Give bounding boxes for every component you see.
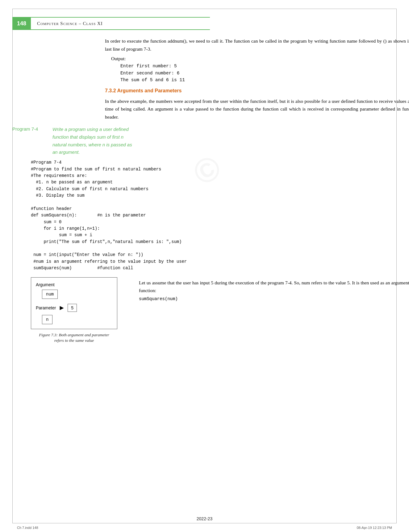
code-line-1: #Program 7-4 [31,159,409,166]
diagram-n-box: n [42,315,52,324]
program74-code: #Program 7-4 #Program to find the sum of… [31,159,409,271]
intro-section: In order to execute the function addnum(… [105,37,409,121]
code-line-3: #The requirements are: [31,173,409,179]
arrow-icon: ► [58,304,65,312]
diagram-param-row: Parameter ► 5 [36,304,112,312]
code-line-blank2 [31,245,409,252]
code-line-14: #num is an argument referring to the val… [31,258,409,265]
output-code: Enter first number: 5 Enter second numbe… [120,63,409,83]
diagram-column: Argument num Parameter ► 5 n Figure 7.3:… [31,277,130,344]
code-line-12: print("The sum of first",n,"natural numb… [31,239,409,245]
file-info-left: Ch 7.indd 148 [17,526,38,530]
program74-label: Program 7-4 [12,126,52,132]
main-content: In order to execute the function addnum(… [12,37,409,344]
program74-header: Program 7-4 Write a program using a user… [12,126,409,156]
figure-caption: Figure 7.3: Both argument and parameterr… [31,332,117,344]
file-info-right: 08-Apr-19 12:23:13 PM [357,526,392,530]
output-line-2: Enter second number: 6 [120,70,409,77]
bottom-border [12,523,397,523]
figure-caption-text: Figure 7.3: Both argument and parameterr… [39,333,109,343]
code-line-10: for i in range(1,n+1): [31,225,409,232]
section-heading: 7.3.2 Arguments and Parameters [105,88,409,94]
bottom-section: Argument num Parameter ► 5 n Figure 7.3:… [31,277,409,344]
header-bar: 148 Computer Science – Class XI [12,17,210,30]
code-line-7: #function header [31,206,409,212]
diagram-parameter-label: Parameter [36,305,56,310]
code-line-2: #Program to find the sum of first n natu… [31,166,409,173]
section-paragraph: In the above example, the numbers were a… [105,97,409,121]
intro-paragraph: In order to execute the function addnum(… [105,37,409,53]
diagram-argument-label: Argument [36,282,112,287]
code-line-11: sum = sum + i [31,232,409,238]
program74-description: Write a program using a user defined fun… [52,126,409,156]
code-line-13: num = int(input("Enter the value for n: … [31,252,409,258]
code-line-8: def sumSquares(n): #n is the parameter [31,212,409,219]
param-label-text: Parameter [36,305,56,310]
output-label: Output: [111,56,409,61]
output-line-1: Enter first number: 5 [120,63,409,69]
diagram-value-box: 5 [68,304,77,312]
output-line-3: The sum of 5 and 6 is 11 [120,77,409,83]
top-border [12,9,397,9]
page-number: 148 [12,17,31,30]
code-line-9: sum = 0 [31,219,409,225]
right-inline-code: sumSquares(num) [139,296,178,301]
code-line-blank1 [31,199,409,205]
page-footer: 2022-23 [0,516,409,521]
diagram-num-box: num [42,290,58,299]
code-line-6: #3. Display the sum [31,192,409,199]
code-line-15: sumSquares(num) #function call [31,265,409,271]
right-code: sumSquares(num) [139,295,409,303]
diagram-box: Argument num Parameter ► 5 n [31,277,117,329]
right-text-column: Let us assume that the user has input 5 … [139,277,409,303]
code-line-5: #2. Calculate sum of first n natural num… [31,186,409,192]
right-paragraph: Let us assume that the user has input 5 … [139,279,409,295]
header-title: Computer Science – Class XI [31,17,210,30]
code-line-4: #1. n be passed as an argument [31,179,409,186]
